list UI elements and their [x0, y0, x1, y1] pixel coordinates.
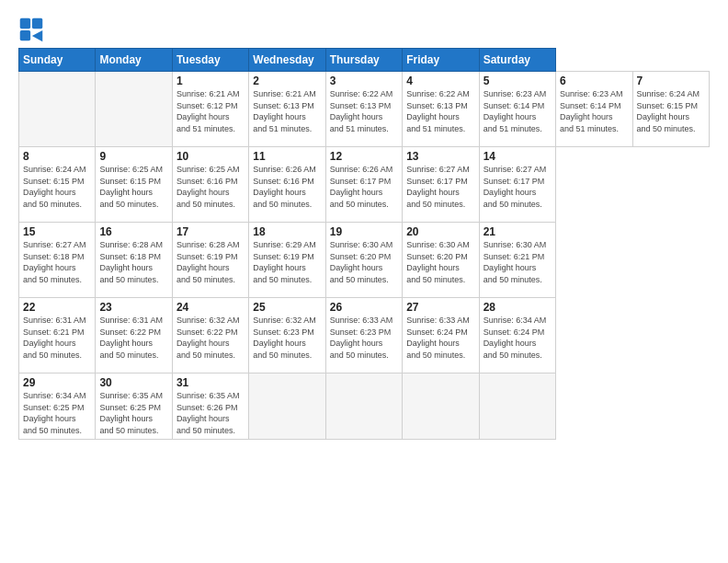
- day-info: Sunrise: 6:25 AM Sunset: 6:15 PM Dayligh…: [99, 164, 167, 210]
- calendar-cell: 22 Sunrise: 6:31 AM Sunset: 6:21 PM Dayl…: [19, 298, 96, 373]
- calendar-cell: 14 Sunrise: 6:27 AM Sunset: 6:17 PM Dayl…: [479, 147, 555, 223]
- day-info: Sunrise: 6:21 AM Sunset: 6:12 PM Dayligh…: [176, 88, 245, 134]
- day-number: 9: [99, 150, 167, 163]
- calendar-cell: [96, 72, 172, 147]
- calendar-cell: 30 Sunrise: 6:35 AM Sunset: 6:25 PM Dayl…: [96, 373, 172, 440]
- day-info: Sunrise: 6:30 AM Sunset: 6:20 PM Dayligh…: [330, 239, 398, 285]
- day-number: 21: [483, 225, 552, 238]
- day-info: Sunrise: 6:22 AM Sunset: 6:13 PM Dayligh…: [406, 88, 474, 134]
- svg-marker-3: [32, 30, 42, 41]
- svg-rect-2: [20, 30, 30, 40]
- day-number: 22: [23, 301, 91, 314]
- day-info: Sunrise: 6:27 AM Sunset: 6:18 PM Dayligh…: [23, 239, 91, 285]
- day-number: 28: [483, 301, 552, 314]
- day-info: Sunrise: 6:27 AM Sunset: 6:17 PM Dayligh…: [483, 164, 552, 210]
- day-number: 1: [176, 75, 245, 87]
- day-number: 23: [99, 301, 167, 314]
- logo: [18, 17, 48, 42]
- day-number: 15: [23, 225, 91, 238]
- calendar-cell: 9 Sunrise: 6:25 AM Sunset: 6:15 PM Dayli…: [96, 147, 172, 223]
- day-number: 10: [176, 150, 245, 163]
- calendar-cell: 25 Sunrise: 6:32 AM Sunset: 6:23 PM Dayl…: [249, 298, 325, 373]
- calendar-cell: 26 Sunrise: 6:33 AM Sunset: 6:23 PM Dayl…: [325, 298, 402, 373]
- day-info: Sunrise: 6:32 AM Sunset: 6:23 PM Dayligh…: [253, 315, 321, 361]
- day-number: 5: [483, 75, 552, 87]
- calendar-cell: 8 Sunrise: 6:24 AM Sunset: 6:15 PM Dayli…: [19, 147, 96, 223]
- calendar-cell: 5 Sunrise: 6:23 AM Sunset: 6:14 PM Dayli…: [479, 72, 555, 147]
- day-info: Sunrise: 6:35 AM Sunset: 6:25 PM Dayligh…: [99, 390, 167, 436]
- day-number: 19: [330, 225, 398, 238]
- calendar-week-row: 8 Sunrise: 6:24 AM Sunset: 6:15 PM Dayli…: [19, 147, 710, 223]
- calendar-week-row: 1 Sunrise: 6:21 AM Sunset: 6:12 PM Dayli…: [19, 72, 710, 147]
- day-number: 24: [176, 301, 245, 314]
- day-info: Sunrise: 6:30 AM Sunset: 6:21 PM Dayligh…: [483, 239, 552, 285]
- day-info: Sunrise: 6:31 AM Sunset: 6:21 PM Dayligh…: [23, 315, 91, 361]
- weekday-header-wednesday: Wednesday: [249, 49, 325, 72]
- day-info: Sunrise: 6:35 AM Sunset: 6:26 PM Dayligh…: [176, 390, 245, 436]
- logo-icon: [18, 17, 44, 42]
- day-info: Sunrise: 6:28 AM Sunset: 6:18 PM Dayligh…: [99, 239, 167, 285]
- day-info: Sunrise: 6:33 AM Sunset: 6:24 PM Dayligh…: [406, 315, 474, 361]
- calendar-cell: 1 Sunrise: 6:21 AM Sunset: 6:12 PM Dayli…: [172, 72, 248, 147]
- calendar-cell: 23 Sunrise: 6:31 AM Sunset: 6:22 PM Dayl…: [96, 298, 172, 373]
- day-info: Sunrise: 6:27 AM Sunset: 6:17 PM Dayligh…: [406, 164, 474, 210]
- calendar-cell: 19 Sunrise: 6:30 AM Sunset: 6:20 PM Dayl…: [325, 223, 402, 298]
- day-number: 16: [99, 225, 167, 238]
- calendar-cell: 21 Sunrise: 6:30 AM Sunset: 6:21 PM Dayl…: [479, 223, 555, 298]
- day-number: 3: [330, 75, 398, 87]
- calendar-page: SundayMondayTuesdayWednesdayThursdayFrid…: [0, 0, 728, 563]
- svg-rect-0: [20, 18, 30, 29]
- calendar-cell: [403, 373, 479, 440]
- calendar-cell: 16 Sunrise: 6:28 AM Sunset: 6:18 PM Dayl…: [96, 223, 172, 298]
- weekday-header-tuesday: Tuesday: [172, 49, 248, 72]
- weekday-header-friday: Friday: [403, 49, 479, 72]
- day-info: Sunrise: 6:26 AM Sunset: 6:17 PM Dayligh…: [330, 164, 398, 210]
- calendar-cell: 3 Sunrise: 6:22 AM Sunset: 6:13 PM Dayli…: [325, 72, 402, 147]
- calendar-cell: 24 Sunrise: 6:32 AM Sunset: 6:22 PM Dayl…: [172, 298, 248, 373]
- day-info: Sunrise: 6:30 AM Sunset: 6:20 PM Dayligh…: [406, 239, 474, 285]
- weekday-header-monday: Monday: [96, 49, 172, 72]
- weekday-header-sunday: Sunday: [19, 49, 96, 72]
- calendar-cell: 28 Sunrise: 6:34 AM Sunset: 6:24 PM Dayl…: [479, 298, 555, 373]
- calendar-cell: 20 Sunrise: 6:30 AM Sunset: 6:20 PM Dayl…: [403, 223, 479, 298]
- calendar-cell: 29 Sunrise: 6:34 AM Sunset: 6:25 PM Dayl…: [19, 373, 96, 440]
- weekday-header-saturday: Saturday: [479, 49, 555, 72]
- day-info: Sunrise: 6:24 AM Sunset: 6:15 PM Dayligh…: [23, 164, 91, 210]
- header: [18, 17, 710, 42]
- day-number: 8: [23, 150, 91, 163]
- calendar-cell: 18 Sunrise: 6:29 AM Sunset: 6:19 PM Dayl…: [249, 223, 325, 298]
- day-number: 25: [253, 301, 321, 314]
- day-info: Sunrise: 6:23 AM Sunset: 6:14 PM Dayligh…: [560, 88, 628, 134]
- day-number: 17: [176, 225, 245, 238]
- day-info: Sunrise: 6:31 AM Sunset: 6:22 PM Dayligh…: [99, 315, 167, 361]
- calendar-cell: [19, 72, 96, 147]
- day-number: 2: [253, 75, 321, 87]
- calendar-week-row: 22 Sunrise: 6:31 AM Sunset: 6:21 PM Dayl…: [19, 298, 710, 373]
- day-number: 20: [406, 225, 474, 238]
- day-info: Sunrise: 6:21 AM Sunset: 6:13 PM Dayligh…: [253, 88, 321, 134]
- weekday-header-thursday: Thursday: [325, 49, 402, 72]
- calendar-cell: 27 Sunrise: 6:33 AM Sunset: 6:24 PM Dayl…: [403, 298, 479, 373]
- calendar-cell: 15 Sunrise: 6:27 AM Sunset: 6:18 PM Dayl…: [19, 223, 96, 298]
- day-number: 27: [406, 301, 474, 314]
- day-number: 6: [560, 75, 628, 87]
- day-number: 12: [330, 150, 398, 163]
- calendar-table: SundayMondayTuesdayWednesdayThursdayFrid…: [18, 48, 710, 440]
- day-number: 13: [406, 150, 474, 163]
- day-info: Sunrise: 6:22 AM Sunset: 6:13 PM Dayligh…: [330, 88, 398, 134]
- calendar-cell: 2 Sunrise: 6:21 AM Sunset: 6:13 PM Dayli…: [249, 72, 325, 147]
- day-number: 26: [330, 301, 398, 314]
- calendar-cell: 4 Sunrise: 6:22 AM Sunset: 6:13 PM Dayli…: [403, 72, 479, 147]
- calendar-cell: [325, 373, 402, 440]
- day-info: Sunrise: 6:25 AM Sunset: 6:16 PM Dayligh…: [176, 164, 245, 210]
- day-info: Sunrise: 6:32 AM Sunset: 6:22 PM Dayligh…: [176, 315, 245, 361]
- day-number: 4: [406, 75, 474, 87]
- day-info: Sunrise: 6:29 AM Sunset: 6:19 PM Dayligh…: [253, 239, 321, 285]
- weekday-header-row: SundayMondayTuesdayWednesdayThursdayFrid…: [19, 49, 710, 72]
- day-number: 31: [176, 376, 245, 389]
- calendar-cell: [249, 373, 325, 440]
- day-number: 14: [483, 150, 552, 163]
- calendar-cell: 6 Sunrise: 6:23 AM Sunset: 6:14 PM Dayli…: [556, 72, 632, 147]
- day-info: Sunrise: 6:26 AM Sunset: 6:16 PM Dayligh…: [253, 164, 321, 210]
- calendar-week-row: 29 Sunrise: 6:34 AM Sunset: 6:25 PM Dayl…: [19, 373, 710, 440]
